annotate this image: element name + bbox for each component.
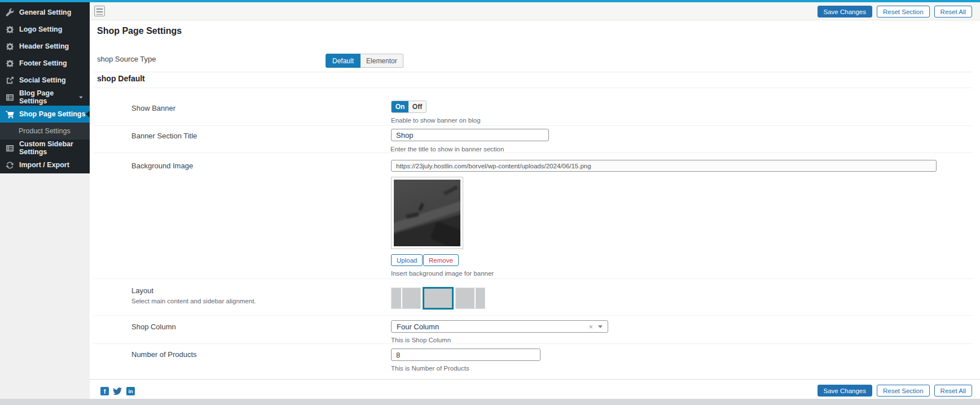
sync-icon [6, 161, 14, 169]
shop-column-value: Four Column [397, 323, 439, 331]
posts-list-icon [6, 93, 14, 102]
show-banner-off-button[interactable]: Off [408, 101, 426, 112]
sidebar-item-label: Custom Sidebar Settings [19, 140, 90, 156]
save-changes-button[interactable]: Save Changes [818, 385, 872, 397]
layout-option-full-width[interactable] [423, 287, 454, 310]
sidebar-item-label: General Setting [19, 8, 71, 16]
sidebar-item-label: Shop Page Settings [19, 110, 85, 118]
topbar-actions: Save Changes Reset Section Reset All [818, 6, 972, 18]
gear-icon [6, 59, 14, 68]
background-image-thumbnail [391, 177, 463, 249]
sidebar-item-header-setting[interactable]: Header Setting [0, 38, 90, 55]
social-links: f in [100, 387, 135, 395]
page-bottom-band [0, 399, 980, 405]
gear-icon [6, 42, 14, 51]
shop-column-label: Shop Column [131, 323, 176, 331]
sidebar-item-label: Header Setting [19, 42, 69, 50]
twitter-icon[interactable] [113, 387, 122, 395]
layout-caption: Select main content and sidebar alignmen… [131, 298, 256, 304]
sidebar-item-label: Footer Setting [19, 59, 67, 67]
footer-bar: f in Save Changes Reset Section Reset Al… [90, 380, 980, 399]
reset-all-button[interactable]: Reset All [934, 6, 972, 18]
chevron-down-icon [598, 325, 603, 328]
show-banner-toggle: On Off [391, 101, 427, 113]
show-banner-help: Enable to show banner on blog [391, 117, 481, 124]
source-type-elementor-button[interactable]: Elementor [361, 54, 403, 68]
divider [94, 278, 973, 279]
layout-option-left-sidebar[interactable] [391, 288, 421, 309]
reset-section-button[interactable]: Reset Section [877, 385, 930, 397]
divider [94, 72, 973, 72]
banner-title-input[interactable] [391, 129, 549, 141]
sidebar-item-label: Logo Setting [19, 25, 62, 33]
layout-label: Layout [131, 286, 153, 295]
save-changes-button[interactable]: Save Changes [818, 6, 872, 18]
sidebar-item-label: Blog Page Settings [19, 89, 73, 105]
reset-all-button[interactable]: Reset All [934, 385, 972, 397]
sidebar-item-product-settings[interactable]: Product Settings [0, 123, 90, 140]
top-toolbar: Save Changes Reset Section Reset All [90, 2, 980, 20]
section-title: shop Default [97, 74, 145, 83]
upload-button[interactable]: Upload [391, 254, 423, 266]
reset-section-button[interactable]: Reset Section [877, 6, 930, 18]
background-image-label: Background Image [131, 162, 193, 170]
share-icon [6, 76, 14, 85]
divider [94, 315, 973, 316]
source-type-label: shop Source Type [97, 55, 156, 63]
show-banner-on-button[interactable]: On [392, 101, 408, 112]
sidebar-item-import-export[interactable]: Import / Export [0, 156, 90, 173]
sidebar-item-label: Social Setting [19, 76, 66, 84]
gear-icon [6, 25, 14, 34]
sidebar-item-custom-sidebar-settings[interactable]: Custom Sidebar Settings [0, 140, 90, 156]
number-of-products-label: Number of Products [131, 350, 197, 359]
number-of-products-help: This is Number of Products [391, 365, 469, 372]
show-banner-label: Show Banner [131, 104, 175, 112]
sidebar-item-logo-setting[interactable]: Logo Setting [0, 21, 90, 38]
sidebar-item-blog-page-settings[interactable]: Blog Page Settings [0, 89, 90, 106]
clear-selection-icon[interactable]: × [588, 323, 593, 330]
cart-icon [6, 110, 14, 119]
shop-column-help: This is Shop Column [391, 337, 451, 343]
chevron-down-icon[interactable] [78, 94, 84, 101]
footer-actions: Save Changes Reset Section Reset All [818, 385, 972, 397]
active-item-notch-icon [86, 111, 90, 117]
remove-button[interactable]: Remove [423, 254, 459, 266]
sidebar-item-general-setting[interactable]: General Setting [0, 4, 90, 21]
wrench-icon [6, 8, 14, 17]
linkedin-icon[interactable]: in [126, 387, 135, 395]
source-type-default-button[interactable]: Default [326, 54, 361, 68]
sidebar-background-strip [0, 173, 90, 405]
banner-title-label: Banner Section Title [131, 132, 197, 140]
posts-list-icon [6, 144, 14, 153]
page-title: Shop Page Settings [97, 26, 182, 36]
shop-column-select[interactable]: Four Column × [391, 320, 608, 333]
menu-toggle-icon[interactable] [94, 6, 105, 16]
divider [94, 88, 973, 88]
sidebar-item-label: Product Settings [19, 127, 71, 135]
sidebar-item-footer-setting[interactable]: Footer Setting [0, 55, 90, 72]
sidebar-item-social-setting[interactable]: Social Setting [0, 72, 90, 89]
divider [94, 125, 973, 126]
background-image-help: Insert background image for banner [391, 270, 494, 277]
source-type-switcher: Default Elementor [326, 54, 403, 68]
layout-options [391, 287, 485, 310]
divider [94, 153, 973, 153]
sidebar-item-label: Import / Export [19, 161, 69, 169]
banner-title-help: Enter the title to show in banner sectio… [390, 146, 504, 153]
divider [94, 343, 973, 344]
number-of-products-input[interactable] [391, 349, 540, 361]
facebook-icon[interactable]: f [100, 387, 109, 395]
background-image-url-input[interactable] [391, 160, 937, 172]
layout-option-right-sidebar[interactable] [455, 288, 485, 309]
sidebar: General Setting Logo Setting Header Sett… [0, 2, 90, 173]
sidebar-item-shop-page-settings[interactable]: Shop Page Settings [0, 106, 90, 123]
